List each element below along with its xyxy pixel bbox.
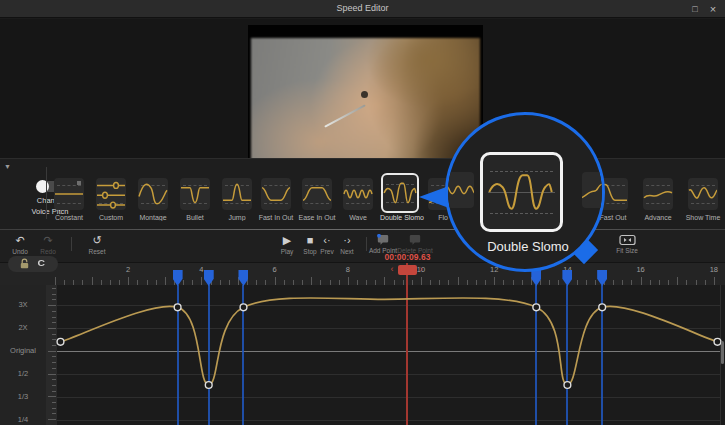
toolbar: ↶ Undo ↷ Redo ↺ Reset ▶ Play ■ Stop ‹· P… (0, 230, 725, 262)
curve-point[interactable] (533, 304, 540, 311)
axis-minor-tick (52, 391, 56, 392)
custom-curve-icon (96, 178, 126, 210)
magnified-neighbor-right (582, 172, 605, 208)
axis-minor-tick (48, 374, 56, 375)
reset-icon: ↺ (79, 233, 115, 247)
ruler-number: 18 (704, 265, 724, 274)
axis-minor-tick (52, 288, 56, 289)
speed-axis-ticks (46, 285, 57, 425)
ease-in-out-curve-icon (302, 178, 332, 210)
close-icon[interactable]: × (705, 2, 721, 16)
magnified-double-slomo-tile[interactable] (480, 152, 563, 232)
delete-point-button[interactable]: Delete Point (392, 233, 438, 254)
magnifier-callout: Double Slomo (445, 112, 605, 272)
axis-minor-tick (52, 408, 56, 409)
axis-minor-tick (52, 334, 56, 335)
bullet-curve-icon (180, 178, 210, 210)
speed-axis-label: 1/3 (0, 392, 46, 401)
preset-advance[interactable] (643, 178, 673, 210)
jump-curve-icon (222, 178, 252, 210)
curve-point[interactable] (57, 338, 64, 345)
ruler-tick (55, 277, 56, 285)
preset-ease-in-out[interactable] (302, 178, 332, 210)
ruler-tick (348, 277, 349, 285)
timeline-ruler[interactable]: 24681012141618 (0, 262, 725, 285)
maximize-icon[interactable]: □ (687, 2, 703, 16)
ruler-tick (201, 277, 202, 285)
axis-minor-tick (52, 299, 56, 300)
gridline-3X (57, 305, 720, 306)
preset-montage[interactable] (138, 178, 168, 210)
lock-icon[interactable] (19, 258, 30, 270)
curve-point[interactable] (205, 382, 212, 389)
preset-constant[interactable] (54, 178, 84, 210)
toolbar-separator (71, 237, 72, 251)
playhead-handle[interactable] (398, 265, 417, 275)
advance-curve-icon (643, 178, 673, 210)
ruler-tick (494, 277, 495, 285)
ruler-tick (384, 277, 385, 285)
redo-button[interactable]: ↷ Redo (30, 233, 66, 255)
preset-bullet[interactable] (180, 178, 210, 210)
preset-wave[interactable] (343, 178, 373, 210)
ruler-number: 2 (118, 265, 138, 274)
axis-minor-tick (52, 413, 56, 414)
preset-fast-in-out[interactable] (261, 178, 291, 210)
axis-minor-tick (52, 345, 56, 346)
preset-show-time[interactable] (688, 178, 718, 210)
ruler-number: 6 (265, 265, 285, 274)
panel-divider (46, 167, 47, 219)
constant-curve-icon (54, 178, 84, 210)
speed-curve-graph[interactable] (0, 285, 725, 425)
ruler-tick (458, 277, 459, 285)
axis-minor-tick (52, 368, 56, 369)
redo-icon: ↷ (30, 233, 66, 247)
ruler-tick (92, 277, 93, 285)
ruler-tick (311, 277, 312, 285)
playhead-prev-arrow[interactable]: ‹ (390, 264, 393, 274)
preset-jump[interactable] (222, 178, 252, 210)
speed-axis-label: 1/2 (0, 369, 46, 378)
curve-point[interactable] (174, 304, 181, 311)
ruler-tick (128, 277, 129, 285)
playhead-timecode: 00:00:09.63 (367, 252, 447, 262)
reset-button[interactable]: ↺ Reset (79, 233, 115, 255)
playhead-next-arrow[interactable]: › (419, 264, 422, 274)
curve-point[interactable] (714, 338, 721, 345)
fit-size-button[interactable]: Fit Size (609, 233, 645, 254)
montage-curve-icon (138, 178, 168, 210)
axis-minor-tick (48, 305, 56, 306)
title-bar: Speed Editor □ × (0, 0, 725, 18)
speed-axis-label: Original (0, 346, 46, 355)
ruler-number: 16 (631, 265, 651, 274)
axis-minor-tick (52, 317, 56, 318)
curve-point[interactable] (599, 304, 606, 311)
axis-minor-tick (48, 351, 56, 352)
axis-minor-tick (52, 311, 56, 312)
show-time-curve-icon (688, 178, 718, 210)
video-preview (248, 25, 483, 160)
curve-tools-pill: C (8, 256, 58, 272)
ruler-tick (165, 277, 166, 285)
curve-point[interactable] (240, 304, 247, 311)
curve-mode-icon[interactable]: C (38, 258, 45, 268)
keyframe-marker-line (566, 285, 568, 425)
gridline-2X (57, 328, 720, 329)
playhead-line (406, 263, 408, 425)
axis-minor-tick (52, 362, 56, 363)
axis-minor-tick (48, 396, 56, 397)
toggle-knob (36, 180, 49, 193)
window-title: Speed Editor (0, 3, 725, 13)
ruler-tick (421, 277, 422, 285)
next-point-button[interactable]: ·› Next (332, 233, 362, 255)
collapse-panel-icon[interactable]: ▼ (4, 163, 11, 170)
curve-point[interactable] (564, 382, 571, 389)
axis-minor-tick (52, 339, 56, 340)
preset-custom[interactable] (96, 178, 126, 210)
add-point-flag-icon (376, 234, 390, 246)
speed-axis-label: 1/4 (0, 415, 46, 424)
preset-label: Show Time (671, 214, 725, 221)
preset-double-slomo[interactable] (381, 173, 419, 213)
speed-axis-labels: 3X2XOriginal1/21/31/4 (0, 285, 46, 425)
vertical-scrollbar-thumb[interactable] (721, 341, 724, 364)
